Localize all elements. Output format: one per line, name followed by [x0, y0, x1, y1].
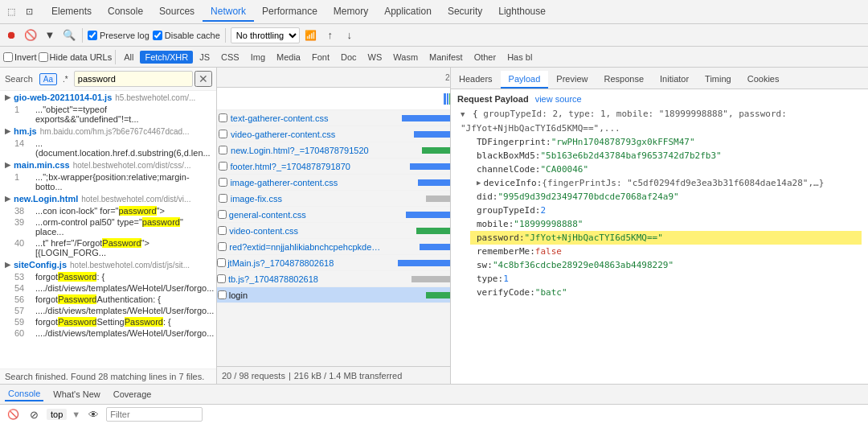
tab-console[interactable]: Console: [100, 2, 151, 22]
record-button[interactable]: ⏺: [3, 27, 19, 43]
network-row-1[interactable]: text-gatherer-content.css: [217, 110, 450, 126]
tab-sources[interactable]: Sources: [151, 2, 203, 22]
details-tab-headers[interactable]: Headers: [451, 71, 501, 89]
row-checkbox-8[interactable]: [218, 226, 227, 235]
search-line-5-1[interactable]: 53 forgotPassword: {: [0, 271, 216, 282]
filter-ws[interactable]: WS: [363, 51, 387, 64]
filter-all[interactable]: All: [119, 51, 138, 64]
search-file-1[interactable]: ▶ gio-web-20211014-01.js h5.bestwehotel.…: [0, 91, 216, 104]
tab-performance[interactable]: Performance: [254, 2, 326, 22]
row-checkbox-11[interactable]: [217, 274, 226, 283]
network-row-6[interactable]: image-fix.css: [217, 191, 450, 207]
case-sensitive-button[interactable]: Aa: [39, 73, 57, 85]
expand-root[interactable]: ▼: [461, 110, 465, 118]
search-line-5-3[interactable]: 56 forgotPasswordAuthentication: {: [0, 294, 216, 305]
preserve-log-checkbox[interactable]: [88, 31, 97, 40]
search-input[interactable]: [74, 71, 193, 87]
row-checkbox-7[interactable]: [218, 210, 227, 219]
hide-data-checkbox[interactable]: [39, 52, 48, 62]
filter-img[interactable]: Img: [246, 51, 270, 64]
search-close-button[interactable]: ✕: [194, 71, 212, 87]
details-tab-preview[interactable]: Preview: [548, 71, 596, 89]
undock-button[interactable]: ⊡: [21, 4, 37, 20]
view-source-link[interactable]: view source: [535, 94, 582, 104]
preserve-log-label[interactable]: Preserve log: [88, 31, 149, 40]
row-checkbox-10[interactable]: [217, 258, 226, 267]
search-file-2[interactable]: ▶ hm.js hm.baidu.com/hm.js?b6e767c4467dc…: [0, 125, 216, 138]
filter-doc[interactable]: Doc: [336, 51, 362, 64]
row-checkbox-12[interactable]: [218, 290, 227, 299]
filter-media[interactable]: Media: [272, 51, 305, 64]
bottom-tab-console[interactable]: Console: [5, 387, 43, 401]
filter-has-blocked[interactable]: Has bl: [502, 51, 537, 64]
search-file-3[interactable]: ▶ main.min.css hotel.bestwehotel.com/dis…: [0, 158, 216, 171]
filter-font[interactable]: Font: [307, 51, 334, 64]
online-icon[interactable]: 📶: [303, 27, 319, 43]
details-tab-timing[interactable]: Timing: [697, 71, 739, 89]
tab-application[interactable]: Application: [376, 2, 440, 22]
tab-memory[interactable]: Memory: [326, 2, 376, 22]
network-row-5[interactable]: image-gatherer-content.css: [217, 175, 450, 191]
search-line-5-2[interactable]: 54 ..../dist/views/templates/WeHotel/Use…: [0, 282, 216, 294]
console-stop-button[interactable]: ⊘: [26, 406, 42, 422]
console-filter-input[interactable]: [106, 407, 203, 422]
regex-button[interactable]: .*: [59, 73, 72, 85]
row-checkbox-9[interactable]: [218, 242, 227, 251]
throttle-select[interactable]: No throttling: [231, 27, 300, 43]
row-checkbox-5[interactable]: [219, 178, 227, 187]
tab-lighthouse[interactable]: Lighthouse: [490, 2, 554, 22]
search-toggle-button[interactable]: 🔍: [61, 27, 77, 43]
filter-toggle-button[interactable]: ▼: [42, 27, 58, 43]
network-row-3[interactable]: new.Login.html?_=1704878791520: [217, 142, 450, 158]
row-checkbox-4[interactable]: [219, 162, 227, 171]
network-row-2[interactable]: video-gatherer-content.css: [217, 126, 450, 142]
network-row-7[interactable]: general-content.css: [217, 207, 450, 223]
row-checkbox-1[interactable]: [219, 113, 227, 122]
tab-network[interactable]: Network: [203, 2, 254, 22]
filter-css[interactable]: CSS: [216, 51, 244, 64]
eye-icon-button[interactable]: 👁: [85, 406, 101, 422]
network-row-10[interactable]: jtMain.js?_1704878802618: [217, 255, 450, 271]
search-line-5-5[interactable]: 59 forgotPasswordSettingPassword: {: [0, 316, 216, 327]
console-clear-button[interactable]: 🚫: [5, 406, 21, 422]
details-tab-cookies[interactable]: Cookies: [739, 71, 788, 89]
download-icon[interactable]: ↓: [342, 27, 358, 43]
upload-icon[interactable]: ↑: [322, 27, 338, 43]
filter-manifest[interactable]: Manifest: [424, 51, 468, 64]
details-tab-response[interactable]: Response: [596, 71, 652, 89]
search-line-2-1[interactable]: 14 ...(document.location.href.d.substrin…: [0, 138, 216, 158]
search-file-4[interactable]: ▶ new.Login.html hotel.bestwehotel.com/d…: [0, 192, 216, 205]
details-tab-initiator[interactable]: Initiator: [652, 71, 697, 89]
network-row-9[interactable]: red?extid=nnjjahlikiabnchcpehcpkdeckfg..…: [217, 239, 450, 255]
clear-button[interactable]: 🚫: [23, 27, 39, 43]
network-row-4[interactable]: footer.html?_=1704878791870: [217, 158, 450, 175]
tab-elements[interactable]: Elements: [43, 2, 100, 22]
bottom-tab-coverage[interactable]: Coverage: [110, 388, 155, 401]
search-file-5[interactable]: ▶ siteConfig.js hotel.bestwehotel.com/di…: [0, 258, 216, 271]
context-selector[interactable]: top: [47, 409, 67, 420]
search-line-4-1[interactable]: 38 ...con icon-lock" for="password">: [0, 205, 216, 216]
invert-checkbox[interactable]: [3, 52, 13, 62]
search-line-4-2[interactable]: 39 ...orm-control pal50" type="password"…: [0, 216, 216, 237]
bottom-tab-whatsnew[interactable]: What's New: [50, 388, 103, 401]
filter-wasm[interactable]: Wasm: [388, 51, 423, 64]
search-line-5-4[interactable]: 57 ..../dist/views/templates/WeHotel/Use…: [0, 305, 216, 316]
expand-deviceinfo[interactable]: ▶: [477, 176, 481, 190]
network-row-8[interactable]: video-content.css: [217, 223, 450, 239]
filter-other[interactable]: Other: [469, 51, 502, 64]
filter-js[interactable]: JS: [194, 51, 215, 64]
disable-cache-label[interactable]: Disable cache: [153, 31, 220, 40]
search-line-4-3[interactable]: 40 ...t" href="/ForgotPassword">[{LOGIN_…: [0, 237, 216, 258]
network-row-12[interactable]: login: [217, 287, 450, 303]
network-row-11[interactable]: tb.js?_1704878802618: [217, 271, 450, 287]
dock-button[interactable]: ⬚: [3, 4, 19, 20]
tab-security[interactable]: Security: [440, 2, 490, 22]
row-checkbox-2[interactable]: [219, 130, 227, 138]
search-line-3-1[interactable]: 1 ...";bx-wrapper{position:relative;marg…: [0, 171, 216, 192]
row-checkbox-6[interactable]: [219, 194, 227, 203]
details-tab-payload[interactable]: Payload: [501, 71, 549, 89]
search-line-5-6[interactable]: 60 ..../dist/views/templates/WeHotel/Use…: [0, 327, 216, 339]
row-checkbox-3[interactable]: [219, 146, 227, 154]
search-line-1-1[interactable]: 1 ..."object"==typeof exports&&"undefine…: [0, 104, 216, 125]
disable-cache-checkbox[interactable]: [153, 31, 162, 40]
